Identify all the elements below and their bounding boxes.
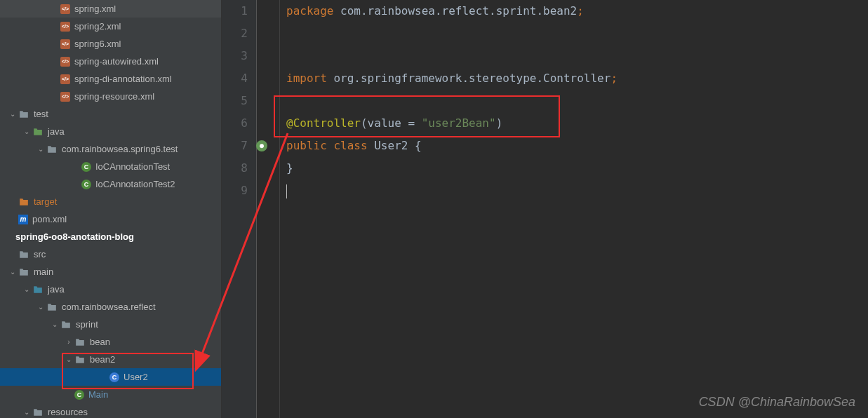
folder-icon (74, 354, 86, 365)
tree-item-test[interactable]: test (0, 105, 221, 123)
code-line[interactable]: @Controller(value = "user2Bean") (286, 112, 868, 135)
folder-icon (18, 267, 29, 278)
tree-item-spring6-oo8-anotation-blog[interactable]: spring6-oo8-anotation-blog (0, 228, 221, 245)
line-number: 1 (222, 0, 248, 22)
code-line[interactable] (286, 90, 868, 112)
tree-item-label: com.rainbowsea.reflect (62, 302, 156, 312)
tree-item-com.rainbowsea.reflect[interactable]: com.rainbowsea.reflect (0, 298, 221, 316)
tree-arrow-icon[interactable] (7, 268, 18, 276)
tree-item-label: src (34, 249, 46, 259)
folder-icon (32, 126, 44, 137)
tree-item-main[interactable]: main (0, 263, 221, 281)
code-line[interactable] (286, 45, 868, 67)
tree-item-bean2[interactable]: bean2 (0, 351, 221, 368)
tree-item-target[interactable]: target (0, 193, 221, 210)
project-tree-sidebar[interactable]: </>spring.xml</>spring2.xml</>spring6.xm… (0, 0, 222, 418)
tree-arrow-icon[interactable] (21, 128, 32, 135)
tree-arrow-icon[interactable] (35, 303, 46, 311)
class-icon: C (109, 372, 119, 382)
tree-arrow-icon[interactable] (63, 356, 74, 363)
tree-item-label: IoCAnnotationTest2 (95, 179, 175, 189)
tree-item-sprint[interactable]: sprint (0, 316, 221, 333)
folder-icon (18, 249, 29, 260)
folder-icon (32, 284, 44, 295)
tree-item-spring-resource.xml[interactable]: </>spring-resource.xml (0, 88, 221, 105)
folder-icon (32, 407, 44, 418)
tree-arrow-icon[interactable] (63, 338, 74, 346)
class-icon: C (81, 180, 91, 189)
tree-item-label: User2 (123, 372, 148, 382)
indent-guide (279, 0, 280, 418)
code-line[interactable]: package com.rainbowsea.reflect.sprint.be… (286, 0, 868, 22)
code-editor[interactable]: ● 123456789 package com.rainbowsea.refle… (222, 0, 868, 418)
xml-file-icon: </> (60, 57, 70, 67)
tree-arrow-icon[interactable] (7, 110, 18, 118)
line-number: 5 (222, 90, 248, 112)
tree-item-spring-di-annotation.xml[interactable]: </>spring-di-annotation.xml (0, 70, 221, 88)
tree-item-spring.xml[interactable]: </>spring.xml (0, 0, 221, 18)
line-number: 2 (222, 22, 248, 45)
tree-item-label: test (34, 109, 48, 119)
tree-item-label: spring-autowired.xml (74, 56, 159, 67)
code-line[interactable]: } (286, 157, 868, 180)
folder-icon (18, 196, 29, 208)
maven-icon: m (18, 215, 28, 224)
tree-item-label: spring6-oo8-anotation-blog (15, 231, 134, 242)
tree-item-label: spring-di-annotation.xml (74, 74, 172, 84)
tree-arrow-icon[interactable] (21, 408, 32, 416)
folder-icon (74, 337, 86, 348)
xml-file-icon: </> (60, 74, 70, 84)
tree-item-com.rainbowsea.spring6.test[interactable]: com.rainbowsea.spring6.test (0, 140, 221, 158)
line-number: 9 (222, 180, 248, 202)
tree-item-label: java (48, 126, 65, 137)
tree-item-java[interactable]: java (0, 281, 221, 298)
code-line[interactable] (286, 180, 868, 202)
tree-item-label: java (48, 284, 65, 295)
tree-item-label: target (34, 196, 57, 207)
code-line[interactable]: import org.springframework.stereotype.Co… (286, 67, 868, 90)
xml-file-icon: </> (60, 22, 70, 32)
tree-item-label: com.rainbowsea.spring6.test (62, 144, 178, 154)
folder-icon (46, 302, 58, 313)
code-line[interactable] (286, 22, 868, 45)
line-number: 7 (222, 135, 248, 157)
tree-item-spring-autowired.xml[interactable]: </>spring-autowired.xml (0, 53, 221, 70)
tree-item-IoCAnnotationTest[interactable]: CIoCAnnotationTest (0, 158, 221, 175)
line-number: 4 (222, 67, 248, 90)
tree-item-User2[interactable]: CUser2 (0, 368, 221, 386)
tree-item-Main[interactable]: CMain (0, 386, 221, 403)
code-area[interactable]: package com.rainbowsea.reflect.sprint.be… (257, 0, 868, 418)
tree-item-label: main (34, 267, 53, 277)
tree-item-spring6.xml[interactable]: </>spring6.xml (0, 35, 221, 53)
tree-arrow-icon[interactable] (49, 321, 60, 328)
tree-item-label: IoCAnnotationTest (95, 161, 170, 172)
code-line[interactable]: public class User2 { (286, 135, 868, 157)
tree-item-label: bean2 (90, 354, 115, 365)
tree-item-label: spring.xml (74, 4, 116, 14)
tree-item-java[interactable]: java (0, 123, 221, 140)
tree-item-label: Main (88, 389, 108, 400)
editor-gutter: ● 123456789 (222, 0, 257, 418)
tree-item-spring2.xml[interactable]: </>spring2.xml (0, 18, 221, 35)
line-number: 8 (222, 157, 248, 180)
tree-item-pom.xml[interactable]: mpom.xml (0, 210, 221, 228)
tree-item-label: pom.xml (32, 214, 67, 224)
line-number: 3 (222, 45, 248, 67)
xml-file-icon: </> (60, 4, 70, 14)
tree-item-label: spring-resource.xml (74, 91, 154, 102)
tree-item-IoCAnnotationTest2[interactable]: CIoCAnnotationTest2 (0, 175, 221, 193)
xml-file-icon: </> (60, 39, 70, 49)
tree-item-resources[interactable]: resources (0, 403, 221, 418)
tree-item-label: bean (90, 337, 110, 347)
class-icon: C (74, 390, 84, 400)
class-icon: C (81, 162, 91, 172)
tree-arrow-icon[interactable] (21, 285, 32, 293)
folder-icon (46, 144, 58, 155)
tree-item-src[interactable]: src (0, 245, 221, 263)
tree-arrow-icon[interactable] (35, 145, 46, 153)
tree-item-label: resources (48, 407, 88, 417)
xml-file-icon: </> (60, 92, 70, 102)
tree-item-bean[interactable]: bean (0, 333, 221, 351)
tree-item-label: spring6.xml (74, 39, 121, 49)
folder-icon (60, 319, 72, 330)
